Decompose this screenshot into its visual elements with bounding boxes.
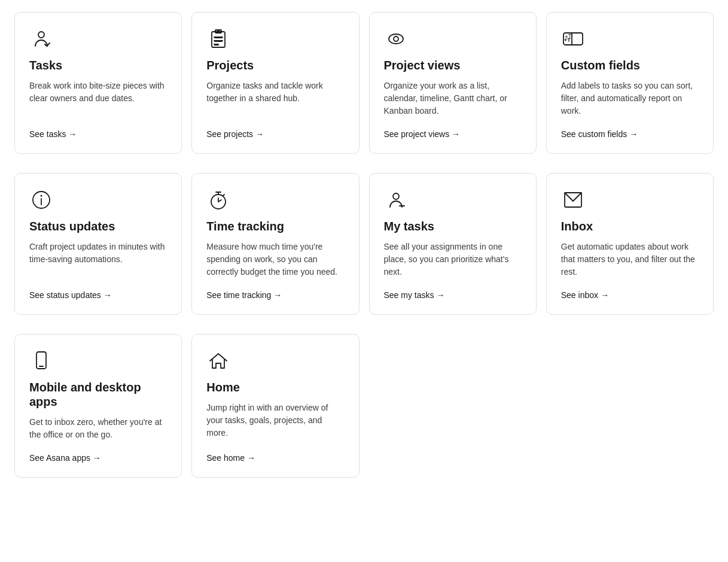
my-tasks-desc: See all your assignments in one place, s… [384, 241, 522, 278]
card-mobile-desktop: Mobile and desktop apps Get to inbox zer… [14, 334, 182, 478]
card-projects: Projects Organize tasks and tackle work … [191, 12, 359, 154]
stopwatch-icon [206, 188, 230, 212]
custom-fields-title: Custom fields [561, 58, 699, 72]
tasks-link[interactable]: See tasks → [29, 129, 167, 139]
card-tasks: Tasks Break work into bite-size pieces w… [14, 12, 182, 154]
task-person-icon [29, 27, 53, 51]
project-views-link[interactable]: See project views → [384, 129, 522, 139]
time-tracking-title: Time tracking [206, 219, 344, 233]
mobile-desktop-link[interactable]: See Asana apps → [29, 453, 167, 463]
inbox-icon [561, 188, 585, 212]
status-updates-title: Status updates [29, 219, 167, 233]
info-icon [29, 188, 53, 212]
home-title: Home [206, 380, 344, 394]
svg-point-17 [41, 195, 42, 197]
home-link[interactable]: See home → [206, 453, 344, 463]
svg-point-10 [394, 37, 398, 41]
card-project-views: Project views Organize your work as a li… [369, 12, 537, 154]
home-desc: Jump right in with an overview of your t… [206, 402, 344, 441]
custom-fields-link[interactable]: See custom fields → [561, 129, 699, 139]
my-tasks-link[interactable]: See my tasks → [384, 290, 522, 300]
clipboard-icon [206, 27, 230, 51]
svg-point-24 [393, 193, 399, 199]
tasks-title: Tasks [29, 58, 167, 72]
mobile-desktop-desc: Get to inbox zero, whether you're at the… [29, 416, 167, 441]
tasks-desc: Break work into bite-size pieces with cl… [29, 80, 167, 117]
time-tracking-link[interactable]: See time tracking → [206, 290, 344, 300]
inbox-desc: Get automatic updates about work that ma… [561, 241, 699, 278]
status-updates-link[interactable]: See status updates → [29, 290, 167, 300]
row-3: Mobile and desktop apps Get to inbox zer… [14, 334, 714, 478]
card-status-updates: Status updates Craft project updates in … [14, 173, 182, 315]
svg-text:+T: +T [564, 37, 571, 43]
card-custom-fields: +T +T Custom fields Add labels to tasks … [546, 12, 714, 154]
inbox-link[interactable]: See inbox → [561, 290, 699, 300]
svg-point-9 [389, 34, 403, 44]
mobile-desktop-title: Mobile and desktop apps [29, 380, 167, 409]
projects-link[interactable]: See projects → [206, 129, 344, 139]
card-inbox: Inbox Get automatic updates about work t… [546, 173, 714, 315]
project-views-title: Project views [384, 58, 522, 72]
svg-line-23 [223, 195, 224, 196]
row-1: Tasks Break work into bite-size pieces w… [14, 12, 714, 154]
home-icon [206, 349, 230, 373]
card-time-tracking: Time tracking Measure how much time you'… [191, 173, 359, 315]
projects-desc: Organize tasks and tackle work together … [206, 80, 344, 117]
status-updates-desc: Craft project updates in minutes with ti… [29, 241, 167, 278]
mobile-icon [29, 349, 53, 373]
my-tasks-title: My tasks [384, 219, 522, 233]
card-my-tasks: My tasks See all your assignments in one… [369, 173, 537, 315]
card-home: Home Jump right in with an overview of y… [191, 334, 359, 478]
projects-title: Projects [206, 58, 344, 72]
svg-point-0 [38, 32, 44, 38]
row-2: Status updates Craft project updates in … [14, 173, 714, 315]
custom-fields-icon: +T +T [561, 27, 585, 51]
eye-icon [384, 27, 408, 51]
project-views-desc: Organize your work as a list, calendar, … [384, 80, 522, 117]
my-tasks-icon [384, 188, 408, 212]
custom-fields-desc: Add labels to tasks so you can sort, fil… [561, 80, 699, 117]
time-tracking-desc: Measure how much time you're spending on… [206, 241, 344, 278]
inbox-title: Inbox [561, 219, 699, 233]
